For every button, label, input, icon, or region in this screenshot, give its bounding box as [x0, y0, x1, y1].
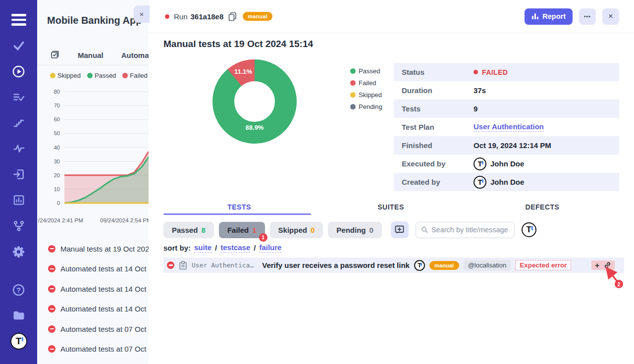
filter-passed-button[interactable]: Passed8: [163, 222, 214, 238]
activity-pulse-icon[interactable]: [0, 136, 37, 161]
sort-row: sort by: suite / testcase / failure: [163, 243, 281, 253]
svg-text:?: ?: [16, 286, 21, 294]
run-list-item[interactable]: Automated tests at 14 Oct 2024: [37, 279, 149, 299]
clipboard-icon: [179, 261, 187, 270]
more-options-button[interactable]: •••: [579, 8, 596, 25]
close-button[interactable]: ×: [602, 8, 619, 25]
info-row-duration: Duration 37s: [394, 81, 619, 100]
passed-dot: [350, 68, 356, 74]
filter-skipped-button[interactable]: Skipped0: [270, 222, 323, 238]
results-tabs: TESTS SUITES DEFECTS: [163, 203, 619, 211]
copy-icon: [228, 12, 237, 21]
branch-icon[interactable]: [0, 213, 37, 239]
sort-by-suite-link[interactable]: suite: [194, 243, 211, 253]
logo-t-avatar[interactable]: T: [0, 328, 37, 354]
active-tab-underline: [163, 213, 311, 215]
results-donut-chart: 88.9% 11.1%: [205, 54, 304, 149]
filter-pending-button[interactable]: Pending0: [328, 222, 382, 238]
search-box: [416, 222, 515, 238]
svg-text:70: 70: [54, 103, 60, 108]
app-sidebar: ? T: [0, 0, 37, 364]
svg-text:40: 40: [54, 145, 60, 151]
play-circle-icon[interactable]: [0, 58, 37, 84]
user-avatar: T: [474, 157, 486, 170]
run-list-item[interactable]: Automated tests at 07 Oct 2024: [37, 339, 149, 360]
failed-dot: [122, 73, 128, 78]
tab-suites[interactable]: SUITES: [315, 203, 467, 211]
svg-text:20: 20: [54, 172, 60, 178]
failed-status-icon: [48, 305, 55, 312]
failed-status-icon: [167, 261, 174, 269]
svg-text:30: 30: [54, 158, 60, 164]
skipped-dot: [350, 92, 356, 98]
svg-text:0: 0: [57, 200, 60, 206]
test-type-badge: manual: [429, 261, 459, 270]
collapse-panel-button[interactable]: ×: [134, 5, 150, 23]
run-detail-content: Manual tests at 19 Oct 2024 15:14 88.9% …: [149, 33, 634, 364]
failed-status-icon: [48, 345, 55, 353]
tab-manual[interactable]: Manual: [78, 51, 104, 59]
hamburger-menu-icon[interactable]: [0, 7, 37, 33]
steps-icon[interactable]: [0, 110, 37, 136]
info-row-executed-by: Executed by TJohn Doe: [394, 155, 619, 173]
bar-chart-icon[interactable]: [0, 187, 37, 213]
x-axis-label-2: 09/24/2024 2:54 PM: [100, 217, 149, 223]
skipped-dot: [50, 73, 55, 78]
failed-dot: [350, 80, 356, 86]
passed-dot: [87, 73, 93, 78]
user-filter-avatar[interactable]: T: [522, 222, 536, 237]
run-info-table: Status FAILED Duration 37s Tests 9 Test …: [394, 63, 619, 191]
project-title: Mobile Banking App: [47, 15, 142, 26]
run-list-item[interactable]: Automated tests at 07 Oct 2024: [37, 319, 149, 339]
suite-name[interactable]: User Authentica…: [192, 261, 254, 269]
add-action-button[interactable]: +: [595, 261, 599, 269]
status-dot: [474, 70, 478, 74]
comment-plus-icon: [395, 225, 404, 234]
expected-error-label: Expected error: [515, 260, 571, 270]
sort-by-testcase-link[interactable]: testcase: [220, 243, 250, 253]
report-button[interactable]: Report: [525, 8, 573, 25]
check-icon[interactable]: [0, 33, 37, 58]
donut-legend: Passed Failed Skipped Pending: [350, 67, 382, 110]
runs-checklist-icon[interactable]: [50, 50, 60, 61]
tab-automated[interactable]: Automated: [121, 51, 149, 59]
run-label: Run: [174, 12, 188, 21]
annotation-badge: 2: [615, 280, 623, 288]
sign-in-icon[interactable]: [0, 161, 37, 187]
run-list-item[interactable]: Automated tests at 14 Oct 2024: [37, 299, 149, 319]
sort-by-failure-link[interactable]: failure: [259, 243, 281, 253]
settings-gear-icon[interactable]: [0, 239, 37, 264]
test-tag[interactable]: @localisation: [464, 260, 511, 270]
help-question-icon[interactable]: ?: [0, 277, 37, 303]
run-status-dot: [165, 14, 169, 19]
run-list-item[interactable]: Manual tests at 19 Oct 2024: [37, 239, 149, 259]
svg-text:80: 80: [54, 89, 60, 95]
test-plan-link[interactable]: User Authentication: [474, 122, 544, 132]
status-badge: FAILED: [482, 68, 508, 76]
test-title[interactable]: Verify user receives a password reset li…: [262, 261, 410, 269]
failed-status-icon: [48, 265, 55, 272]
run-detail-pane: × Run 361a18e8 manual Report ••• × Manua…: [149, 0, 634, 364]
run-id: 361a18e8: [191, 12, 224, 21]
search-input[interactable]: [431, 226, 509, 234]
info-row-status: Status FAILED: [394, 63, 619, 81]
run-list-item[interactable]: Automated tests at 14 Oct 2024: [37, 259, 149, 279]
comment-add-button[interactable]: [391, 221, 409, 238]
search-icon: [421, 226, 428, 234]
trend-chart-legend: Skipped Passed Failed: [50, 72, 148, 79]
filter-failed-button[interactable]: Failed11: [219, 222, 265, 238]
report-chart-icon: [531, 13, 539, 20]
failed-status-icon: [48, 285, 55, 293]
folder-icon[interactable]: [0, 303, 37, 328]
tab-tests[interactable]: TESTS: [163, 203, 315, 211]
x-axis-label-1: /24/2024 2:41 PM: [38, 217, 83, 223]
test-result-row[interactable]: User Authentica… Verify user receives a …: [163, 258, 624, 273]
failed-count-badge: 1: [259, 233, 267, 242]
list-check-icon[interactable]: [0, 84, 37, 110]
tab-defects[interactable]: DEFECTS: [467, 203, 618, 211]
copy-run-id-button[interactable]: [228, 12, 237, 21]
failed-status-icon: [48, 245, 55, 253]
run-type-tabs: Manual Automated: [37, 46, 149, 65]
run-header: Run 361a18e8 manual Report ••• ×: [149, 0, 634, 33]
svg-text:60: 60: [54, 116, 60, 122]
